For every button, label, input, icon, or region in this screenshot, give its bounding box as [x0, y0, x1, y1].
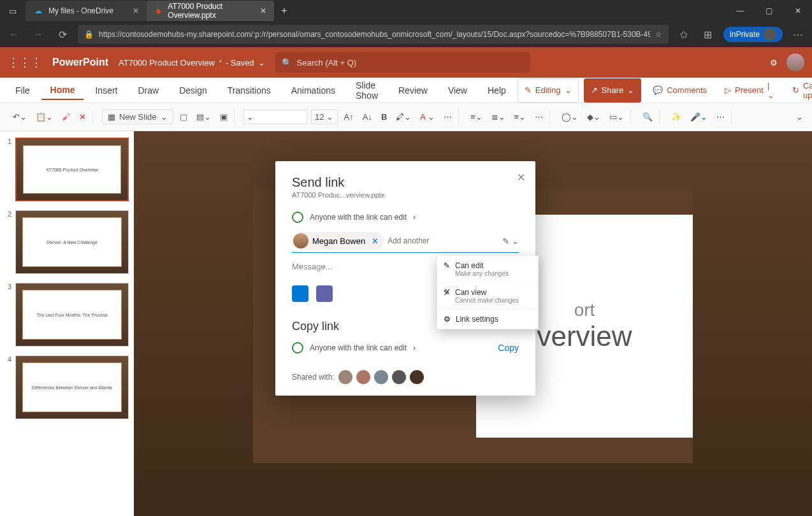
align-button[interactable]: ≡⌄	[512, 110, 529, 124]
bold-button[interactable]: B	[379, 110, 389, 124]
dictate-button[interactable]: 🎤⌄	[688, 110, 710, 124]
share-button[interactable]: ↗ Share ⌄	[584, 78, 642, 103]
more-font-button[interactable]: ⋯	[441, 110, 454, 124]
teams-icon[interactable]	[316, 285, 333, 302]
reset-button[interactable]: ▣	[217, 110, 230, 124]
document-title[interactable]: AT7000 Product Overview ᐩ - Saved ⌄	[119, 58, 265, 68]
perm-option-can-edit[interactable]: ✎ Can edit Make any changes	[437, 256, 538, 283]
globe-icon	[292, 342, 303, 354]
tab-slideshow[interactable]: Slide Show	[347, 76, 387, 104]
tab-title: My files - OneDrive	[48, 6, 113, 15]
perm-option-link-settings[interactable]: ⚙ Link settings	[437, 310, 538, 329]
highlight-button[interactable]: 🖍⌄	[393, 110, 414, 124]
copy-link-scope-button[interactable]: Anyone with the link can edit ›	[292, 342, 416, 354]
more-commands-button[interactable]: ⋯	[714, 110, 727, 124]
delete-button[interactable]: ✕	[76, 110, 89, 124]
perm-option-can-view[interactable]: ✎̸ Can view Cannot make changes	[437, 283, 538, 310]
recipient-chip[interactable]: Megan Bowen ✕	[292, 232, 384, 250]
tab-home[interactable]: Home	[41, 81, 84, 100]
slide-thumbnail-4[interactable]: Differences Between Denver and Atlanta	[15, 355, 129, 419]
copy-button[interactable]: Copy	[498, 343, 519, 353]
lock-icon: 🔒	[84, 30, 94, 39]
outlook-icon[interactable]	[292, 285, 308, 302]
arrange-button[interactable]: ▭⌄	[607, 110, 627, 124]
shared-avatar[interactable]	[374, 370, 388, 384]
new-tab-button[interactable]: +	[274, 5, 294, 17]
forward-button[interactable]: →	[29, 29, 47, 40]
more-icon[interactable]: ⋯	[789, 29, 807, 41]
shared-avatar[interactable]	[338, 370, 352, 384]
numbering-button[interactable]: ≣⌄	[489, 110, 508, 124]
present-button[interactable]: ▷ Present | ⌄	[718, 78, 781, 103]
permission-dropdown-button[interactable]: ✎ ⌄	[502, 236, 519, 246]
close-dialog-button[interactable]: ✕	[517, 171, 525, 183]
inprivate-badge[interactable]: InPrivate	[723, 27, 783, 42]
more-para-button[interactable]: ⋯	[532, 110, 546, 124]
undo-button[interactable]: ↶⌄	[10, 110, 29, 124]
favorite-icon[interactable]: ☆	[655, 30, 662, 39]
tab-review[interactable]: Review	[389, 82, 437, 99]
refresh-button[interactable]: ⟳	[54, 29, 71, 41]
collections-icon[interactable]: ⊞	[699, 29, 717, 41]
font-size-select[interactable]: 12 ⌄	[311, 110, 338, 124]
chevron-down-icon: ⌄	[512, 236, 519, 246]
gear-icon[interactable]: ⚙	[770, 58, 778, 68]
pencil-icon: ✎	[502, 236, 509, 246]
increase-font-button[interactable]: A↑	[342, 110, 356, 124]
slide-thumbnail-3[interactable]: The Last Four Months: The Process	[15, 283, 129, 347]
tab-help[interactable]: Help	[479, 82, 515, 99]
tab-insert[interactable]: Insert	[86, 82, 126, 99]
paste-button[interactable]: 📋⌄	[33, 110, 55, 124]
format-painter-button[interactable]: 🖌	[59, 110, 73, 124]
tab-design[interactable]: Design	[170, 82, 216, 99]
font-color-button[interactable]: A⌄	[417, 110, 437, 124]
shared-avatar[interactable]	[392, 370, 406, 384]
decrease-font-button[interactable]: A↓	[360, 110, 375, 124]
comments-button[interactable]: 💬 Comments	[646, 78, 713, 103]
close-icon[interactable]: ✕	[260, 6, 266, 15]
search-icon: 🔍	[282, 58, 292, 68]
browser-tab-powerpoint[interactable]: ◆ AT7000 Product Overview.pptx ✕	[147, 1, 274, 21]
font-name-select[interactable]: ⌄	[243, 110, 307, 124]
link-scope-button[interactable]: Anyone with the link can edit ›	[292, 211, 519, 223]
shared-avatar[interactable]	[356, 370, 370, 384]
catchup-button[interactable]: ↻ Catch up	[786, 78, 812, 103]
back-button[interactable]: ←	[5, 29, 23, 40]
shared-avatar[interactable]	[410, 370, 424, 384]
tab-view[interactable]: View	[439, 82, 476, 99]
powerpoint-icon: ◆	[154, 6, 163, 16]
collapse-ribbon-button[interactable]: ⌄	[794, 110, 806, 124]
maximize-button[interactable]: ▢	[755, 1, 783, 21]
tab-transitions[interactable]: Transitions	[219, 82, 280, 99]
bullets-button[interactable]: ≡⌄	[468, 110, 485, 124]
url-input[interactable]	[99, 30, 650, 39]
search-box[interactable]: 🔍 Search (Alt + Q)	[275, 52, 530, 73]
favorites-icon[interactable]: ✩	[675, 29, 693, 41]
address-bar[interactable]: 🔒 ☆	[78, 25, 669, 44]
new-slide-button[interactable]: ▦ New Slide ⌄	[102, 110, 173, 124]
designer-button[interactable]: ✨	[669, 110, 684, 124]
sharing-status-icon: ᐩ	[219, 58, 222, 68]
add-recipient-input[interactable]	[388, 236, 502, 245]
reuse-slides-button[interactable]: ▢	[177, 110, 190, 124]
remove-recipient-button[interactable]: ✕	[372, 236, 379, 246]
waffle-icon[interactable]: ⋮⋮⋮	[8, 55, 42, 69]
browser-tab-onedrive[interactable]: ☁ My files - OneDrive ✕	[25, 1, 147, 21]
slide-thumbnail-2[interactable]: Denver: A New Challenge	[15, 210, 129, 274]
editing-mode-button[interactable]: ✎ Editing ⌄	[518, 78, 579, 103]
shape-fill-button[interactable]: ◆⌄	[584, 110, 603, 124]
layout-button[interactable]: ▤⌄	[194, 110, 214, 124]
no-edit-icon: ✎̸	[444, 288, 450, 304]
minimize-button[interactable]: —	[726, 1, 755, 21]
shapes-button[interactable]: ◯⌄	[559, 110, 581, 124]
tab-animations[interactable]: Animations	[282, 82, 344, 99]
close-icon[interactable]: ✕	[133, 6, 139, 15]
onedrive-icon: ☁	[33, 6, 43, 16]
close-window-button[interactable]: ✕	[783, 1, 812, 21]
tab-actions-icon[interactable]: ▭	[0, 6, 25, 16]
slide-thumbnail-1[interactable]: XT7000 Product Overview	[15, 138, 129, 201]
user-avatar[interactable]	[787, 54, 804, 71]
tab-draw[interactable]: Draw	[129, 82, 168, 99]
find-button[interactable]: 🔍	[640, 110, 655, 124]
tab-file[interactable]: File	[6, 82, 39, 99]
